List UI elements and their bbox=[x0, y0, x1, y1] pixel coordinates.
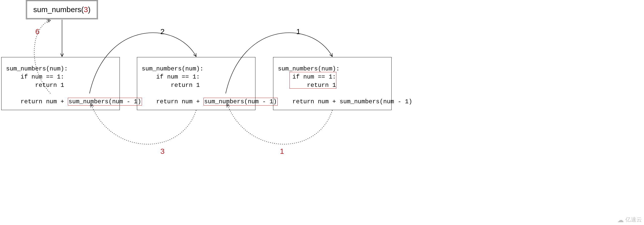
forward-label-12: 2 bbox=[160, 27, 165, 36]
def-line4b: sum_numbers(num - 1) bbox=[204, 98, 277, 105]
recursive-call-highlight-1: sum_numbers(num - 1) bbox=[68, 98, 142, 106]
def-line4b: sum_numbers(num - 1) bbox=[69, 98, 141, 105]
call-close: ) bbox=[88, 5, 91, 14]
def-line4a: return num + bbox=[142, 98, 203, 105]
def-line3: return 1 bbox=[142, 82, 200, 89]
def-line4a: return num + bbox=[6, 98, 68, 105]
def-line4a: return num + bbox=[278, 98, 340, 105]
def-line1: sum_numbers(num): bbox=[278, 65, 340, 72]
watermark: ☁ 亿速云 bbox=[617, 216, 642, 224]
call-arg: 3 bbox=[84, 5, 88, 14]
recursion-frame-2: sum_numbers(num): if num == 1: return 1 … bbox=[137, 57, 255, 110]
recursive-call-highlight-2: sum_numbers(num - 1) bbox=[203, 98, 278, 106]
def-line3: return 1 bbox=[6, 82, 64, 89]
def-line1: sum_numbers(num): bbox=[6, 65, 68, 72]
return-label-10: 6 bbox=[35, 27, 40, 36]
def-line2: if num == 1: bbox=[142, 73, 200, 80]
initial-call-box: sum_numbers(3) bbox=[26, 0, 98, 19]
def-line1: sum_numbers(num): bbox=[142, 65, 203, 72]
return-label-21: 3 bbox=[160, 147, 165, 156]
call-fn: sum_numbers( bbox=[33, 5, 84, 14]
return-label-32: 1 bbox=[280, 147, 284, 156]
arrows-overlay bbox=[0, 0, 644, 225]
def-line4b: sum_numbers(num - 1) bbox=[340, 98, 412, 105]
base-case-highlight bbox=[289, 72, 336, 89]
cloud-icon: ☁ bbox=[617, 216, 624, 224]
watermark-text: 亿速云 bbox=[625, 216, 642, 223]
def-line2: if num == 1: bbox=[6, 73, 64, 80]
forward-label-23: 1 bbox=[296, 27, 301, 36]
recursion-frame-1: sum_numbers(num): if num == 1: return 1 … bbox=[1, 57, 120, 110]
